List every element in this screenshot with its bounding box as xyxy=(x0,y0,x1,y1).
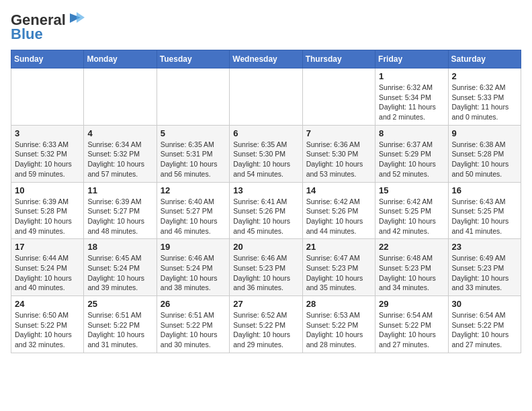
logo-arrow-icon xyxy=(67,8,86,30)
day-number: 5 xyxy=(161,128,226,138)
calendar-cell: 26Sunrise: 6:51 AMSunset: 5:22 PMDayligh… xyxy=(157,296,229,353)
calendar-cell: 17Sunrise: 6:44 AMSunset: 5:24 PMDayligh… xyxy=(11,239,84,296)
svg-marker-1 xyxy=(77,12,85,23)
day-number: 29 xyxy=(379,299,444,309)
day-info: Sunrise: 6:37 AMSunset: 5:29 PMDaylight:… xyxy=(379,140,444,179)
calendar-cell xyxy=(157,68,229,126)
calendar-cell: 29Sunrise: 6:54 AMSunset: 5:22 PMDayligh… xyxy=(375,296,448,353)
calendar-cell: 10Sunrise: 6:39 AMSunset: 5:28 PMDayligh… xyxy=(11,182,84,239)
calendar-cell: 22Sunrise: 6:48 AMSunset: 5:23 PMDayligh… xyxy=(375,239,448,296)
calendar-cell: 7Sunrise: 6:36 AMSunset: 5:30 PMDaylight… xyxy=(302,125,375,182)
day-info: Sunrise: 6:45 AMSunset: 5:24 PMDaylight:… xyxy=(87,253,152,293)
day-number: 18 xyxy=(87,242,152,252)
calendar-cell: 15Sunrise: 6:42 AMSunset: 5:25 PMDayligh… xyxy=(375,182,448,239)
day-info: Sunrise: 6:42 AMSunset: 5:25 PMDaylight:… xyxy=(379,197,444,236)
day-number: 17 xyxy=(15,242,80,252)
calendar-cell: 28Sunrise: 6:53 AMSunset: 5:22 PMDayligh… xyxy=(302,296,375,353)
calendar-cell: 20Sunrise: 6:46 AMSunset: 5:23 PMDayligh… xyxy=(230,239,302,296)
calendar-cell xyxy=(230,68,302,126)
weekday-header: Saturday xyxy=(448,50,521,68)
day-number: 28 xyxy=(306,299,371,309)
day-info: Sunrise: 6:54 AMSunset: 5:22 PMDaylight:… xyxy=(452,310,517,350)
calendar-cell xyxy=(302,68,375,126)
calendar-cell: 19Sunrise: 6:46 AMSunset: 5:24 PMDayligh… xyxy=(157,239,229,296)
day-number: 15 xyxy=(379,185,444,195)
day-info: Sunrise: 6:32 AMSunset: 5:33 PMDaylight:… xyxy=(452,83,517,122)
calendar-cell: 24Sunrise: 6:50 AMSunset: 5:22 PMDayligh… xyxy=(11,296,84,353)
day-info: Sunrise: 6:34 AMSunset: 5:32 PMDaylight:… xyxy=(87,140,152,179)
day-number: 27 xyxy=(233,299,298,309)
calendar-cell: 16Sunrise: 6:43 AMSunset: 5:25 PMDayligh… xyxy=(448,182,521,239)
calendar-cell: 4Sunrise: 6:34 AMSunset: 5:32 PMDaylight… xyxy=(84,125,157,182)
weekday-header: Friday xyxy=(375,50,448,68)
day-info: Sunrise: 6:44 AMSunset: 5:24 PMDaylight:… xyxy=(15,253,80,293)
calendar-cell: 1Sunrise: 6:32 AMSunset: 5:34 PMDaylight… xyxy=(375,68,448,126)
day-info: Sunrise: 6:32 AMSunset: 5:34 PMDaylight:… xyxy=(379,83,444,122)
day-number: 3 xyxy=(15,128,80,138)
day-number: 21 xyxy=(306,242,371,252)
day-number: 12 xyxy=(161,185,226,195)
day-number: 26 xyxy=(161,299,226,309)
day-info: Sunrise: 6:42 AMSunset: 5:26 PMDaylight:… xyxy=(306,197,371,236)
calendar-cell: 21Sunrise: 6:47 AMSunset: 5:23 PMDayligh… xyxy=(302,239,375,296)
day-info: Sunrise: 6:41 AMSunset: 5:26 PMDaylight:… xyxy=(233,197,298,236)
day-number: 19 xyxy=(161,242,226,252)
day-info: Sunrise: 6:51 AMSunset: 5:22 PMDaylight:… xyxy=(87,310,152,350)
calendar-cell: 27Sunrise: 6:52 AMSunset: 5:22 PMDayligh… xyxy=(230,296,302,353)
calendar-cell: 14Sunrise: 6:42 AMSunset: 5:26 PMDayligh… xyxy=(302,182,375,239)
calendar-cell: 2Sunrise: 6:32 AMSunset: 5:33 PMDaylight… xyxy=(448,68,521,126)
day-info: Sunrise: 6:40 AMSunset: 5:27 PMDaylight:… xyxy=(161,197,226,236)
page-header: General Blue xyxy=(11,11,521,42)
calendar-cell: 9Sunrise: 6:38 AMSunset: 5:28 PMDaylight… xyxy=(448,125,521,182)
day-info: Sunrise: 6:51 AMSunset: 5:22 PMDaylight:… xyxy=(161,310,226,350)
day-number: 8 xyxy=(379,128,444,138)
day-number: 16 xyxy=(452,185,517,195)
day-info: Sunrise: 6:36 AMSunset: 5:30 PMDaylight:… xyxy=(306,140,371,179)
day-info: Sunrise: 6:48 AMSunset: 5:23 PMDaylight:… xyxy=(379,253,444,293)
day-info: Sunrise: 6:39 AMSunset: 5:27 PMDaylight:… xyxy=(87,197,152,236)
day-info: Sunrise: 6:46 AMSunset: 5:23 PMDaylight:… xyxy=(233,253,298,293)
day-info: Sunrise: 6:35 AMSunset: 5:31 PMDaylight:… xyxy=(161,140,226,179)
calendar-cell: 30Sunrise: 6:54 AMSunset: 5:22 PMDayligh… xyxy=(448,296,521,353)
day-info: Sunrise: 6:33 AMSunset: 5:32 PMDaylight:… xyxy=(15,140,80,179)
day-info: Sunrise: 6:35 AMSunset: 5:30 PMDaylight:… xyxy=(233,140,298,179)
calendar-cell: 13Sunrise: 6:41 AMSunset: 5:26 PMDayligh… xyxy=(230,182,302,239)
calendar-cell: 8Sunrise: 6:37 AMSunset: 5:29 PMDaylight… xyxy=(375,125,448,182)
day-number: 30 xyxy=(452,299,517,309)
day-number: 23 xyxy=(452,242,517,252)
calendar-cell xyxy=(11,68,84,126)
weekday-header: Thursday xyxy=(302,50,375,68)
calendar-cell: 3Sunrise: 6:33 AMSunset: 5:32 PMDaylight… xyxy=(11,125,84,182)
day-info: Sunrise: 6:53 AMSunset: 5:22 PMDaylight:… xyxy=(306,310,371,350)
day-number: 7 xyxy=(306,128,371,138)
logo: General Blue xyxy=(11,11,86,42)
day-info: Sunrise: 6:43 AMSunset: 5:25 PMDaylight:… xyxy=(452,197,517,236)
day-info: Sunrise: 6:50 AMSunset: 5:22 PMDaylight:… xyxy=(15,310,80,350)
calendar-cell: 6Sunrise: 6:35 AMSunset: 5:30 PMDaylight… xyxy=(230,125,302,182)
day-number: 1 xyxy=(379,71,444,81)
day-info: Sunrise: 6:54 AMSunset: 5:22 PMDaylight:… xyxy=(379,310,444,350)
day-info: Sunrise: 6:49 AMSunset: 5:23 PMDaylight:… xyxy=(452,253,517,293)
day-info: Sunrise: 6:52 AMSunset: 5:22 PMDaylight:… xyxy=(233,310,298,350)
weekday-header: Tuesday xyxy=(157,50,229,68)
day-number: 24 xyxy=(15,299,80,309)
day-info: Sunrise: 6:38 AMSunset: 5:28 PMDaylight:… xyxy=(452,140,517,179)
weekday-header: Monday xyxy=(84,50,157,68)
weekday-header: Sunday xyxy=(11,50,84,68)
calendar-cell xyxy=(84,68,157,126)
calendar-cell: 11Sunrise: 6:39 AMSunset: 5:27 PMDayligh… xyxy=(84,182,157,239)
day-number: 2 xyxy=(452,71,517,81)
day-info: Sunrise: 6:39 AMSunset: 5:28 PMDaylight:… xyxy=(15,197,80,236)
day-number: 4 xyxy=(87,128,152,138)
logo-blue: Blue xyxy=(11,27,43,42)
day-number: 14 xyxy=(306,185,371,195)
day-number: 10 xyxy=(15,185,80,195)
calendar-header: SundayMondayTuesdayWednesdayThursdayFrid… xyxy=(11,50,521,68)
day-number: 13 xyxy=(233,185,298,195)
day-info: Sunrise: 6:47 AMSunset: 5:23 PMDaylight:… xyxy=(306,253,371,293)
day-number: 6 xyxy=(233,128,298,138)
calendar-cell: 12Sunrise: 6:40 AMSunset: 5:27 PMDayligh… xyxy=(157,182,229,239)
day-number: 11 xyxy=(87,185,152,195)
calendar-cell: 18Sunrise: 6:45 AMSunset: 5:24 PMDayligh… xyxy=(84,239,157,296)
weekday-header: Wednesday xyxy=(230,50,302,68)
